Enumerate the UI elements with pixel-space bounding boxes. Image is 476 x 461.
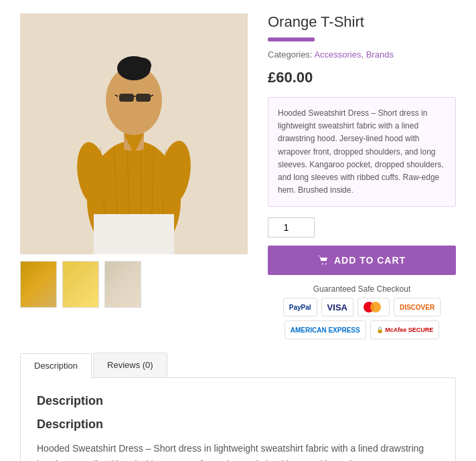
svg-point-13 [133, 58, 151, 74]
product-title: Orange T-Shirt [268, 13, 456, 31]
rating-bar [268, 37, 315, 41]
tab-content-heading2: Description [37, 418, 439, 432]
categories-label: Categories: [268, 50, 312, 60]
categories: Categories: Accessories, Brands [268, 50, 456, 60]
category-accessories[interactable]: Accessories [314, 50, 361, 60]
tabs-section: Description Reviews (0) Description Desc… [0, 353, 476, 461]
product-details: Orange T-Shirt Categories: Accessories, … [268, 13, 456, 339]
product-section: Orange T-Shirt Categories: Accessories, … [0, 0, 476, 353]
safe-checkout-section: Guaranteed Safe Checkout PayPal VISA DIS… [268, 284, 456, 339]
product-description-box: Hooded Sweatshirt Dress – Short dress in… [268, 97, 456, 207]
mcafee-badge: 🔒 McAfee SECURE [370, 320, 440, 339]
category-brands[interactable]: Brands [366, 50, 394, 60]
tabs-bar: Description Reviews (0) [20, 353, 456, 378]
visa-badge: VISA [321, 298, 353, 316]
svg-rect-14 [119, 94, 134, 102]
cart-icon [318, 255, 329, 266]
product-price: £60.00 [268, 69, 456, 86]
thumbnail-3[interactable] [104, 261, 141, 308]
tab-reviews[interactable]: Reviews (0) [93, 353, 167, 377]
payment-icons: PayPal VISA DISCOVER AMERICAN EXPRESS 🔒 … [268, 298, 456, 339]
product-images [20, 13, 248, 339]
mastercard-badge [358, 298, 390, 316]
thumbnail-2[interactable] [62, 261, 99, 308]
tab-description[interactable]: Description [20, 353, 92, 378]
discover-badge: DISCOVER [394, 298, 441, 316]
main-product-image [20, 13, 248, 254]
add-to-cart-label: ADD TO CART [334, 255, 406, 266]
svg-rect-15 [136, 94, 151, 102]
tab-content-body: Hooded Sweatshirt Dress – Short dress in… [37, 441, 439, 461]
safe-checkout-title: Guaranteed Safe Checkout [268, 284, 456, 294]
tab-content-description: Description Description Hooded Sweatshir… [20, 378, 456, 461]
quantity-input[interactable] [268, 217, 315, 238]
tab-content-heading1: Description [37, 394, 439, 408]
svg-rect-8 [94, 214, 174, 254]
thumbnail-list [20, 261, 248, 308]
thumbnail-1[interactable] [20, 261, 57, 308]
paypal-badge: PayPal [283, 298, 317, 316]
add-to-cart-button[interactable]: ADD TO CART [268, 246, 456, 275]
amex-badge: AMERICAN EXPRESS [285, 320, 366, 339]
